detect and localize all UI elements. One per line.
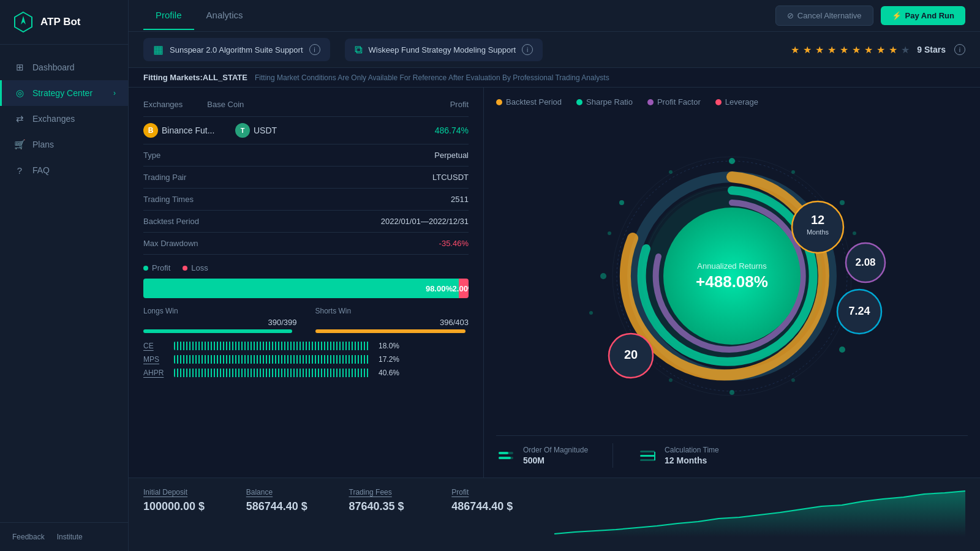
info-bar: ▦ Sunspear 2.0 Algorithm Suite Support i… xyxy=(129,32,980,68)
shorts-label: Shorts Win xyxy=(315,307,469,315)
sidebar-item-strategy[interactable]: ◎ Strategy Center › xyxy=(0,80,128,106)
sidebar-item-dashboard[interactable]: ⊞ Dashboard xyxy=(0,54,128,80)
star-2-icon: ★ xyxy=(803,44,812,56)
svg-rect-43 xyxy=(640,459,655,461)
loss-legend-label: Loss xyxy=(191,263,208,272)
exchange-name: Binance Fut... xyxy=(162,126,235,135)
tab-profile[interactable]: Profile xyxy=(143,1,194,30)
star-3-icon: ★ xyxy=(815,44,824,56)
fund-info-icon[interactable]: i xyxy=(522,44,533,55)
pay-and-run-button[interactable]: ⚡ Pay And Run xyxy=(881,6,965,25)
fin-stat-value-0: 100000.00 $ xyxy=(143,500,232,513)
order-value: 500M xyxy=(523,455,588,465)
fund-text: Wiskeep Fund Strategy Modeling Support xyxy=(369,45,516,54)
tab-analytics[interactable]: Analytics xyxy=(194,1,255,30)
layers-icon: ⧉ xyxy=(355,43,363,56)
metric-bar-2 xyxy=(174,369,370,377)
sidebar-nav: ⊞ Dashboard ◎ Strategy Center › ⇄ Exchan… xyxy=(0,45,128,522)
star-5-icon: ★ xyxy=(840,44,848,56)
star-6-icon: ★ xyxy=(852,44,861,56)
fitting-bar: Fitting Markets:ALL_STATE Fitting Market… xyxy=(129,68,980,88)
svg-point-16 xyxy=(729,390,734,395)
profit-legend: Profit xyxy=(143,263,170,272)
cancel-alternative-button[interactable]: ⊘ Cancel Alternative xyxy=(775,6,873,26)
sidebar-item-plans[interactable]: 🛒 Plans xyxy=(0,132,128,157)
svg-text:Months: Months xyxy=(807,228,829,236)
detail-value-3: 2022/01/01—2022/12/31 xyxy=(381,217,469,226)
sharpe-dot xyxy=(576,99,582,105)
sidebar-item-dashboard-label: Dashboard xyxy=(32,62,75,72)
svg-rect-38 xyxy=(499,452,508,454)
pl-legend: Profit Loss xyxy=(143,263,469,272)
fin-stat-label-3: Profit xyxy=(451,488,540,497)
legend-leverage: Leverage xyxy=(715,97,758,107)
svg-point-26 xyxy=(608,231,611,235)
detail-label-4: Max Drawdown xyxy=(143,239,439,248)
metric-value-2: 40.6% xyxy=(376,369,399,377)
profit-col-header: Profit xyxy=(450,100,469,109)
base-coin-name: USDT xyxy=(254,126,303,135)
svg-rect-41 xyxy=(640,451,655,452)
svg-point-28 xyxy=(792,201,843,253)
fund-card: ⧉ Wiskeep Fund Strategy Modeling Support… xyxy=(345,39,543,61)
loss-legend: Loss xyxy=(183,263,208,272)
star-9-icon: ★ xyxy=(889,44,897,56)
profit-factor-label: Profit Factor xyxy=(657,97,701,107)
exchange-row: B Binance Fut... T USDT 486.74% xyxy=(143,117,469,144)
stat-divider xyxy=(612,443,613,468)
sidebar-item-faq[interactable]: ? FAQ xyxy=(0,157,128,183)
feedback-link[interactable]: Feedback xyxy=(12,533,45,541)
svg-text:20: 20 xyxy=(624,348,638,361)
order-label: Order Of Magnitude xyxy=(523,446,588,454)
profit-legend-label: Profit xyxy=(152,263,170,272)
detail-row: Max Drawdown -35.46% xyxy=(143,233,469,255)
sidebar-item-exchanges-label: Exchanges xyxy=(32,114,75,124)
svg-text:+488.08%: +488.08% xyxy=(696,272,768,291)
algorithm-text: Sunspear 2.0 Algorithm Suite Support xyxy=(170,45,303,54)
backtest-dot xyxy=(496,99,502,105)
legend-profit-factor: Profit Factor xyxy=(647,97,701,107)
leverage-label: Leverage xyxy=(725,97,758,107)
stars-label: 9 Stars xyxy=(917,45,946,54)
institute-link[interactable]: Institute xyxy=(57,533,83,541)
sidebar-item-plans-label: Plans xyxy=(32,140,54,149)
profit-value: 486.74% xyxy=(435,126,469,135)
detail-value-0: Perpetual xyxy=(434,151,469,160)
profit-factor-dot xyxy=(647,99,654,105)
calculation-value: 12 Months xyxy=(665,455,719,465)
svg-point-19 xyxy=(619,200,624,205)
metric-row: MPS 17.2% xyxy=(143,355,469,364)
chart-preview xyxy=(554,488,965,537)
leverage-dot xyxy=(715,99,722,105)
algorithm-info-icon[interactable]: i xyxy=(309,44,320,55)
stars-section: ★ ★ ★ ★ ★ ★ ★ ★ ★ ★ 9 Stars i xyxy=(791,44,965,56)
detail-row: Backtest Period 2022/01/01—2022/12/31 xyxy=(143,211,469,233)
svg-text:2.08: 2.08 xyxy=(855,257,875,268)
sharpe-label: Sharpe Ratio xyxy=(586,97,633,107)
bottom-stats: Order Of Magnitude 500M xyxy=(496,435,968,468)
svg-text:12: 12 xyxy=(811,213,824,227)
left-panel: Exchanges Base Coin Profit B Binance Fut… xyxy=(129,88,484,478)
longs-win-stat: Longs Win 390/399 xyxy=(143,307,297,333)
circular-chart-area: Annualized Returns +488.08% xyxy=(496,116,968,435)
sidebar-item-exchanges[interactable]: ⇄ Exchanges xyxy=(0,106,128,132)
plans-icon: 🛒 xyxy=(14,139,25,150)
fin-stat-0: Initial Deposit 100000.00 $ xyxy=(143,488,246,513)
detail-rows: Type Perpetual Trading Pair LTCUSDT Trad… xyxy=(143,144,469,255)
metric-bar-1 xyxy=(174,355,370,364)
stars-info-icon[interactable]: i xyxy=(954,44,965,55)
longs-label: Longs Win xyxy=(143,307,297,315)
bottom-row: Initial Deposit 100000.00 $ Balance 5867… xyxy=(129,478,980,551)
calculation-icon xyxy=(638,446,657,465)
star-7-icon: ★ xyxy=(864,44,873,56)
shorts-bar xyxy=(315,329,466,333)
right-panel: Backtest Period Sharpe Ratio Profit Fact… xyxy=(484,88,980,478)
profit-dot xyxy=(143,266,148,271)
svg-point-27 xyxy=(669,170,673,174)
strategy-icon: ◎ xyxy=(14,88,25,99)
star-8-icon: ★ xyxy=(876,44,885,56)
svg-point-13 xyxy=(840,200,845,205)
order-info: Order Of Magnitude 500M xyxy=(523,446,588,465)
order-magnitude-stat: Order Of Magnitude 500M xyxy=(496,446,588,465)
atp-logo-icon xyxy=(12,11,34,33)
